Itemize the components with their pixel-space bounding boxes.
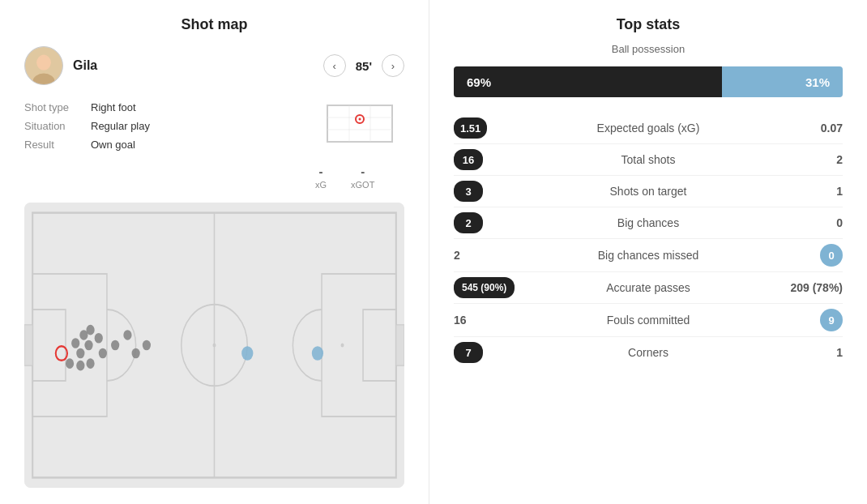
- stat-left-plain: 16: [454, 314, 467, 327]
- stat-name: Big chances missed: [535, 249, 762, 262]
- shot-map-panel: Shot map Gila ‹ 85' › Shot type Right fo: [0, 0, 429, 504]
- stat-row: 3 Shots on target 1: [454, 177, 843, 206]
- next-button[interactable]: ›: [382, 54, 404, 77]
- svg-rect-18: [24, 325, 32, 365]
- stat-right: 0: [762, 244, 843, 267]
- pitch-container: [24, 203, 404, 488]
- stat-right: 1: [762, 346, 843, 359]
- stat-left-badge: 3: [454, 181, 483, 202]
- xg-label: xG: [315, 180, 327, 190]
- stat-left: 2: [454, 249, 535, 262]
- svg-point-25: [71, 338, 79, 348]
- stat-left: 7: [454, 342, 535, 363]
- stat-left-badge-wide: 545 (90%): [454, 277, 515, 298]
- minute-label: 85': [356, 59, 372, 73]
- xg-value: -: [319, 164, 323, 178]
- stat-right-badge-blue: 9: [820, 309, 843, 331]
- stat-left-plain: 2: [454, 249, 460, 262]
- stat-right: 1: [762, 185, 843, 198]
- result-row: Result Own goal: [24, 139, 283, 151]
- possession-right: 31%: [722, 66, 843, 97]
- stat-divider: [454, 303, 843, 304]
- stat-left: 545 (90%): [454, 277, 535, 298]
- situation-value: Regular play: [91, 120, 150, 132]
- shot-details: Shot type Right foot Situation Regular p…: [24, 101, 283, 151]
- svg-point-3: [36, 56, 50, 70]
- stats-rows: 1.51 Expected goals (xG) 0.07 16 Total s…: [454, 113, 843, 367]
- xg-item: - xG: [315, 164, 327, 190]
- stat-right: 0: [762, 216, 843, 229]
- stat-left-badge: 7: [454, 342, 483, 363]
- svg-point-38: [143, 340, 151, 351]
- stat-divider: [454, 238, 843, 239]
- xgot-item: - xGOT: [351, 164, 374, 190]
- stat-row: 16 Total shots 2: [454, 145, 843, 174]
- stat-name: Big chances: [535, 216, 762, 229]
- shot-details-row: Shot type Right foot Situation Regular p…: [24, 101, 404, 190]
- shot-type-value: Right foot: [91, 101, 136, 113]
- stat-left: 1.51: [454, 117, 535, 139]
- possession-label: Ball possession: [454, 43, 843, 55]
- svg-point-28: [84, 340, 92, 351]
- player-info: Gila: [24, 46, 97, 85]
- stat-row: 2 Big chances missed 0: [454, 240, 843, 271]
- svg-point-27: [76, 348, 84, 359]
- stat-divider: [454, 175, 843, 176]
- stat-right: 209 (78%): [762, 281, 843, 294]
- svg-point-23: [340, 343, 344, 347]
- stat-left-badge: 2: [454, 212, 483, 233]
- xgot-label: xGOT: [351, 180, 374, 190]
- shot-type-row: Shot type Right foot: [24, 101, 283, 113]
- top-stats-title: Top stats: [454, 16, 843, 33]
- prev-button[interactable]: ‹: [323, 54, 346, 77]
- svg-point-39: [241, 346, 253, 361]
- stat-divider: [454, 143, 843, 144]
- stat-row: 1.51 Expected goals (xG) 0.07: [454, 113, 843, 143]
- stat-right: 2: [762, 153, 843, 166]
- stat-divider: [454, 207, 843, 207]
- stat-name: Fouls committed: [535, 314, 762, 327]
- xgot-value: -: [361, 164, 365, 178]
- svg-point-35: [111, 340, 119, 351]
- player-row: Gila ‹ 85' ›: [24, 46, 404, 85]
- svg-point-37: [132, 348, 140, 359]
- svg-point-36: [123, 330, 131, 340]
- stat-right-plain: 209 (78%): [790, 281, 843, 294]
- stat-divider: [454, 271, 843, 272]
- svg-point-31: [99, 348, 107, 359]
- svg-point-15: [212, 343, 216, 347]
- result-label: Result: [24, 139, 81, 151]
- result-value: Own goal: [91, 139, 135, 151]
- stat-name: Total shots: [535, 153, 762, 166]
- svg-point-30: [95, 333, 103, 344]
- stat-right-plain: 0.07: [821, 122, 843, 135]
- goal-diagram: - xG - xGOT: [315, 101, 404, 190]
- stat-row: 7 Corners 1: [454, 338, 843, 367]
- svg-point-10: [359, 118, 361, 121]
- stat-divider: [454, 336, 843, 337]
- xg-row: - xG - xGOT: [315, 164, 404, 190]
- situation-label: Situation: [24, 120, 81, 132]
- stat-left-badge: 16: [454, 149, 483, 170]
- possession-bar: 69% 31%: [454, 66, 843, 97]
- avatar: [24, 46, 63, 85]
- svg-point-29: [86, 325, 94, 335]
- player-name: Gila: [73, 58, 97, 73]
- svg-rect-22: [396, 325, 404, 365]
- stat-row: 2 Big chances 0: [454, 208, 843, 237]
- svg-point-40: [312, 346, 323, 361]
- stat-right: 9: [762, 309, 843, 331]
- stat-left: 16: [454, 149, 535, 170]
- stat-left: 16: [454, 314, 535, 327]
- svg-point-33: [76, 361, 84, 371]
- stat-name: Accurate passes: [535, 281, 762, 294]
- stat-right-plain: 1: [836, 185, 843, 198]
- stat-right-plain: 1: [836, 346, 843, 359]
- possession-left: 69%: [454, 66, 722, 97]
- stat-name: Corners: [535, 346, 762, 359]
- situation-row: Situation Regular play: [24, 120, 283, 132]
- stat-right-plain: 2: [836, 153, 843, 166]
- possession-right-value: 31%: [805, 75, 830, 89]
- stat-right-badge-blue: 0: [820, 244, 843, 267]
- top-stats-panel: Top stats Ball possession 69% 31% 1.51 E…: [429, 0, 867, 504]
